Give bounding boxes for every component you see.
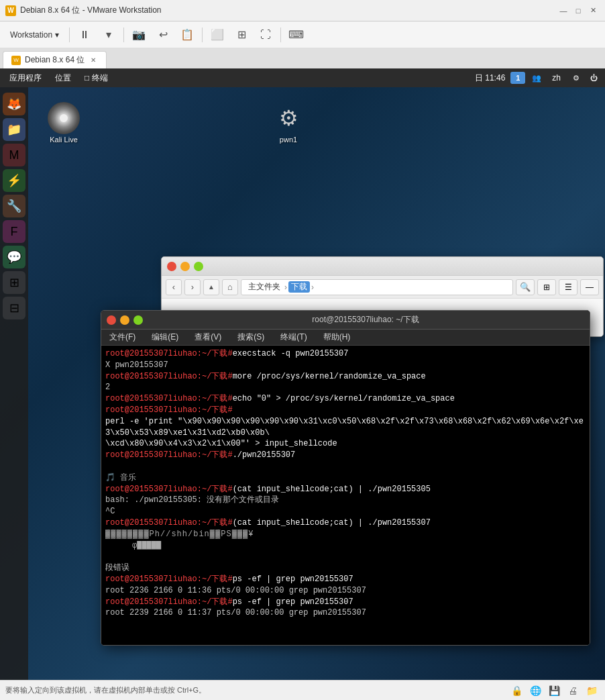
- vm-display[interactable]: 应用程序 位置 □ 终端 日 11:46 1 👥 zh ⚙ ⏻ 🦊 📁 M ⚡: [0, 68, 605, 680]
- file-manager-breadcrumb-downloads[interactable]: 下载: [288, 281, 310, 293]
- dock-util2-icon[interactable]: 🔧: [3, 195, 25, 217]
- terminal-titlebar: root@20155307liuhao: ~/下载: [101, 311, 590, 330]
- title-bar: W Debian 8.x 64 位 - VMware Workstation —…: [0, 0, 605, 21]
- gnome-power-icon[interactable]: ⏻: [588, 72, 600, 84]
- desktop[interactable]: 应用程序 位置 □ 终端 日 11:46 1 👥 zh ⚙ ⏻ 🦊 📁 M ⚡: [0, 68, 605, 680]
- file-manager-toolbar: ‹ › ▲ ⌂ 主文件夹 › 下载 › 🔍 ⊞ ☰ —: [162, 276, 603, 299]
- terminal-line-segfault: 段错误: [105, 562, 586, 574]
- toolbar-separator-4: [280, 28, 281, 42]
- terminal-window: root@20155307liuhao: ~/下载 文件(F) 编辑(E) 查看…: [101, 310, 590, 646]
- terminal-menu-help[interactable]: 帮助(H): [319, 330, 355, 344]
- status-lock-icon[interactable]: 🔒: [508, 683, 525, 699]
- terminal-menu-view[interactable]: 查看(V): [190, 330, 225, 344]
- terminal-menubar: 文件(F) 编辑(E) 查看(V) 搜索(S) 终端(T) 帮助(H): [101, 330, 590, 346]
- file-manager-maximize-button[interactable]: [194, 262, 203, 271]
- dock-firefox-icon[interactable]: 🦊: [3, 93, 25, 115]
- file-manager-home-button[interactable]: ⌂: [222, 279, 238, 295]
- status-icons: 🔒 🌐 💾 🖨 📁: [508, 683, 600, 699]
- status-folder-icon[interactable]: 📁: [584, 683, 600, 699]
- terminal-maximize-button[interactable]: [133, 315, 143, 325]
- unity-button[interactable]: ⊞: [231, 26, 252, 44]
- switch-view-button[interactable]: ⬜: [207, 26, 228, 44]
- dock-apps2-icon[interactable]: ⊟: [3, 297, 25, 319]
- workspace-badge[interactable]: 1: [510, 72, 525, 84]
- kali-live-icon[interactable]: Kali Live: [40, 102, 87, 144]
- file-manager-close-button[interactable]: [167, 262, 176, 271]
- status-network-icon[interactable]: 🌐: [527, 683, 543, 699]
- minimize-button[interactable]: —: [557, 4, 570, 17]
- terminal-content[interactable]: root@20155307liuhao:~/下载# execstack -q p…: [101, 346, 590, 645]
- file-manager-up-button[interactable]: ▲: [203, 279, 219, 295]
- snapshot-icon: 📷: [132, 28, 146, 41]
- pwn1-label: pwn1: [280, 136, 297, 144]
- toolbar: Workstation ▾ ⏸ ▾ 📷 ↩ 📋 ⬜ ⊞ ⛶ ⌨: [0, 21, 605, 48]
- terminal-line-music: 🎵 音乐: [105, 472, 586, 484]
- terminal-line-5: root@20155307liuhao:~/下载# echo "0" > /pr…: [105, 393, 586, 405]
- close-button[interactable]: ✕: [586, 4, 600, 17]
- terminal-line-10: ^C: [105, 506, 586, 517]
- gnome-places-menu[interactable]: 位置: [51, 71, 75, 85]
- file-manager-search-button[interactable]: 🔍: [516, 279, 535, 295]
- restore-snapshot-button[interactable]: ↩: [152, 26, 174, 44]
- file-manager-menu-button[interactable]: ☰: [559, 279, 578, 295]
- ctrlaltdel-icon: ⌨: [288, 28, 304, 41]
- pause-dropdown-button[interactable]: ▾: [98, 26, 119, 44]
- dock-util1-icon[interactable]: ⚡: [3, 169, 25, 192]
- gnome-clock: 日 11:46: [475, 72, 505, 84]
- kali-live-label: Kali Live: [50, 136, 78, 144]
- file-manager-titlebar: [162, 257, 603, 276]
- terminal-line-3: root@20155307liuhao:~/下载# more /proc/sys…: [105, 371, 586, 383]
- terminal-line-4: 2: [105, 382, 586, 393]
- vm-tab-close-button[interactable]: ✕: [89, 56, 98, 65]
- toolbar-separator-2: [123, 28, 124, 42]
- gnome-apps-menu[interactable]: 应用程序: [5, 71, 46, 85]
- file-manager-minimize-button[interactable]: [180, 262, 190, 271]
- pause-button[interactable]: ⏸: [74, 26, 95, 44]
- maximize-button[interactable]: □: [571, 4, 585, 17]
- snapshot-button[interactable]: 📷: [128, 26, 150, 44]
- gnome-terminal-menu[interactable]: □ 终端: [80, 71, 112, 85]
- terminal-line-12: ▓▓▓▓▓▓▓▓Ph//shh/bin▓▓PS▓▓▓¥: [105, 529, 586, 540]
- send-ctrlaltdel-button[interactable]: ⌨: [285, 26, 307, 44]
- vm-tab[interactable]: W Debian 8.x 64 位 ✕: [3, 51, 107, 68]
- terminal-line-17: root 2239 2166 0 11:37 pts/0 00:00:00 gr…: [105, 607, 586, 619]
- workstation-menu-button[interactable]: Workstation ▾: [4, 26, 65, 44]
- gnome-users-icon[interactable]: 👥: [531, 72, 543, 84]
- file-manager-breadcrumb-home[interactable]: 主文件夹: [245, 281, 283, 293]
- fullscreen-button[interactable]: ⛶: [255, 26, 276, 44]
- terminal-menu-terminal[interactable]: 终端(T): [276, 330, 311, 344]
- terminal-menu-file[interactable]: 文件(F): [105, 330, 140, 344]
- window-controls: — □ ✕: [557, 4, 600, 17]
- terminal-line-6: root@20155307liuhao:~/下载# perl -e 'print…: [105, 405, 586, 438]
- status-printer-icon[interactable]: 🖨: [565, 683, 581, 699]
- terminal-line-8: root@20155307liuhao:~/下载# (cat input_she…: [105, 484, 586, 495]
- window-title: Debian 8.x 64 位 - VMware Workstation: [20, 5, 557, 16]
- terminal-minimize-button[interactable]: [120, 315, 129, 325]
- vm-tab-label: Debian 8.x 64 位: [25, 54, 85, 66]
- workstation-label: Workstation: [10, 30, 52, 40]
- dock-chat-icon[interactable]: 💬: [3, 246, 25, 268]
- status-message: 要将输入定向到该虚拟机，请在虚拟机内部单击或按 Ctrl+G。: [5, 685, 206, 695]
- manage-snapshots-button[interactable]: 📋: [176, 26, 198, 44]
- manage-snapshots-icon: 📋: [180, 28, 194, 41]
- gnome-topbar: 应用程序 位置 □ 终端 日 11:46 1 👥 zh ⚙ ⏻: [0, 68, 605, 87]
- fullscreen-icon: ⛶: [260, 29, 271, 41]
- gnome-settings-icon[interactable]: ⚙: [570, 72, 582, 84]
- dock-apps-icon[interactable]: ⊞: [3, 271, 25, 294]
- file-manager-grid-view-button[interactable]: ⊞: [537, 279, 556, 295]
- terminal-title: root@20155307liuhao: ~/下载: [147, 314, 584, 326]
- file-manager-forward-button[interactable]: ›: [184, 279, 201, 295]
- terminal-menu-edit[interactable]: 编辑(E): [148, 330, 182, 344]
- terminal-line-blank1: [105, 461, 586, 472]
- restore-snapshot-icon: ↩: [159, 28, 168, 41]
- file-manager-back-button[interactable]: ‹: [166, 279, 182, 295]
- dock-mail-icon[interactable]: M: [3, 144, 25, 166]
- dock-util3-icon[interactable]: F: [3, 220, 25, 243]
- gnome-lang-menu[interactable]: zh: [548, 72, 565, 84]
- status-storage-icon[interactable]: 💾: [546, 683, 562, 699]
- terminal-close-button[interactable]: [107, 315, 116, 325]
- file-manager-window-minimize-button[interactable]: —: [580, 279, 599, 295]
- terminal-menu-search[interactable]: 搜索(S): [233, 330, 268, 344]
- pwn1-icon[interactable]: ⚙ pwn1: [265, 102, 312, 144]
- dock-files-icon[interactable]: 📁: [3, 118, 25, 141]
